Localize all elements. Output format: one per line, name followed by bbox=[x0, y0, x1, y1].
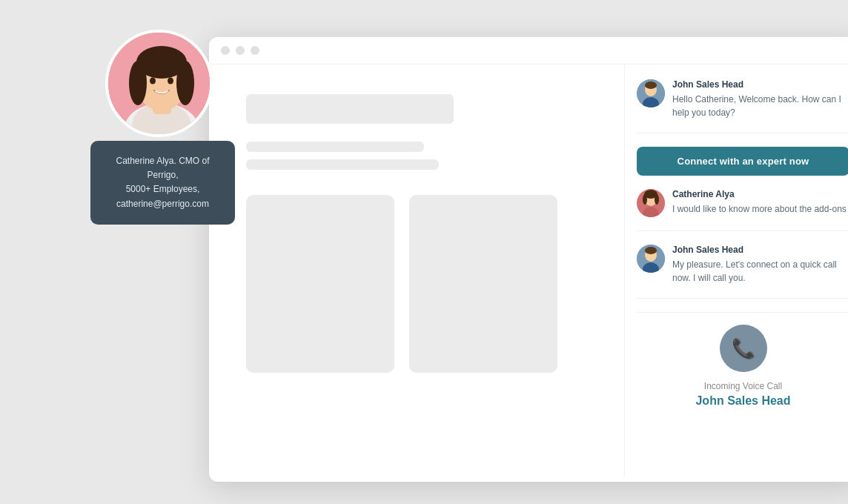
message-text-3: My pleasure. Let's connect on a quick ca… bbox=[672, 258, 848, 285]
skeleton-line-1 bbox=[246, 142, 424, 152]
profile-avatar bbox=[105, 30, 213, 137]
chat-message-2: Catherine Alya I would like to know more… bbox=[637, 189, 848, 231]
call-icon-circle[interactable]: 📞 bbox=[720, 325, 767, 372]
message-content-3: John Sales Head My pleasure. Let's conne… bbox=[672, 245, 848, 285]
svg-point-23 bbox=[168, 78, 173, 84]
connect-expert-button[interactable]: Connect with an expert now bbox=[637, 147, 848, 176]
svg-point-2 bbox=[645, 82, 657, 89]
message-text-1: Hello Catherine, Welcome back. How can I… bbox=[672, 93, 848, 119]
svg-point-22 bbox=[150, 78, 156, 84]
message-sender-2: Catherine Alya bbox=[672, 189, 848, 199]
svg-point-8 bbox=[655, 194, 659, 205]
browser-dot-1 bbox=[221, 46, 230, 55]
browser-window: John Sales Head Hello Catherine, Welcome… bbox=[209, 37, 848, 482]
skeleton-title bbox=[246, 94, 454, 124]
skeleton-line-2 bbox=[246, 159, 439, 170]
browser-content: John Sales Head Hello Catherine, Welcome… bbox=[209, 64, 848, 477]
chat-message-1: John Sales Head Hello Catherine, Welcome… bbox=[637, 79, 848, 133]
user-card: Catherine Alya. CMO of Perrigo, 5000+ Em… bbox=[90, 141, 235, 225]
browser-topbar bbox=[209, 37, 848, 64]
message-sender-3: John Sales Head bbox=[672, 245, 848, 255]
browser-dot-3 bbox=[251, 46, 259, 55]
svg-point-20 bbox=[129, 61, 147, 105]
svg-point-12 bbox=[645, 247, 657, 254]
phone-icon: 📞 bbox=[732, 337, 755, 360]
avatar-catherine bbox=[637, 189, 665, 217]
message-sender-1: John Sales Head bbox=[672, 79, 848, 90]
incoming-call-label: Incoming Voice Call bbox=[704, 381, 782, 391]
avatar-john-2 bbox=[637, 245, 665, 273]
skeleton-card-2 bbox=[409, 195, 557, 373]
svg-point-21 bbox=[176, 61, 194, 105]
avatar-john-1 bbox=[637, 79, 665, 107]
skeleton-card-1 bbox=[246, 195, 394, 373]
incoming-call-section: 📞 Incoming Voice Call John Sales Head bbox=[637, 312, 848, 408]
user-card-name: Catherine Alya. CMO of Perrigo, 5000+ Em… bbox=[102, 154, 223, 211]
left-content bbox=[209, 64, 624, 477]
message-content-2: Catherine Alya I would like to know more… bbox=[672, 189, 848, 216]
svg-point-7 bbox=[643, 194, 647, 205]
message-text-2: I would like to know more about the add-… bbox=[672, 202, 848, 216]
skeleton-cards bbox=[246, 195, 594, 373]
right-panel: John Sales Head Hello Catherine, Welcome… bbox=[624, 64, 848, 477]
caller-name: John Sales Head bbox=[695, 394, 790, 408]
chat-message-3: John Sales Head My pleasure. Let's conne… bbox=[637, 245, 848, 299]
message-content-1: John Sales Head Hello Catherine, Welcome… bbox=[672, 79, 848, 119]
scene: John Sales Head Hello Catherine, Welcome… bbox=[90, 22, 758, 482]
browser-dot-2 bbox=[236, 46, 245, 55]
